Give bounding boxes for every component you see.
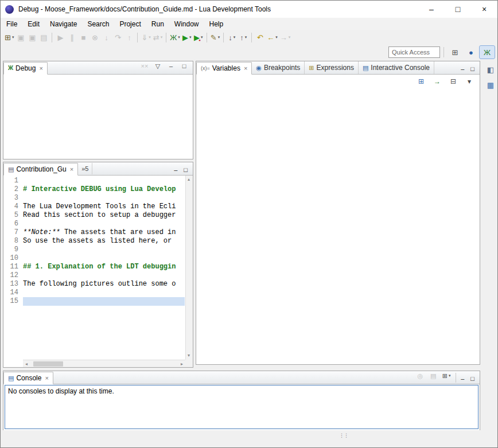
forward-icon[interactable]: →▾ [279,31,292,44]
terminate-icon[interactable]: ■ [77,31,89,44]
editor-gutter[interactable]: 123456789101112131415 [3,177,23,359]
menu-item-search[interactable]: Search [82,18,114,30]
editor-line[interactable]: The Lua Development Tools in the Ecli [23,202,185,211]
dropdown-arrow-icon[interactable]: ▾ [12,35,14,40]
tab-contribution-guide[interactable]: ▤ Contribution_Gu × [3,163,78,176]
editor-line[interactable] [23,194,185,202]
tab-expressions[interactable]: ⊞Expressions [305,61,359,74]
dropdown-arrow-icon[interactable]: ▾ [178,35,180,40]
console-content[interactable]: No consoles to display at this time. [3,384,480,430]
collapse-all-icon[interactable]: ⊟ [448,75,459,88]
close-icon[interactable]: × [70,166,73,173]
menu-item-edit[interactable]: Edit [22,18,45,30]
view-menu-icon[interactable]: ▽ [152,60,164,72]
editor-line[interactable]: **Note:** The assets that are used in [23,228,185,237]
step-into-icon[interactable]: ↓ [100,31,112,44]
tab-debug[interactable]: Ж Debug × [3,62,48,75]
debug-view-content[interactable] [3,75,193,159]
dropdown-arrow-icon[interactable]: ▾ [189,35,192,40]
save-all-icon[interactable]: ▣ [26,31,38,44]
menu-item-navigate[interactable]: Navigate [45,18,82,30]
minimize-icon[interactable]: – [165,60,177,72]
editor-line[interactable] [23,220,185,228]
variables-content[interactable] [196,88,480,364]
tab-console[interactable]: ▤ Console × [3,372,53,384]
maximize-icon[interactable]: □ [181,166,190,173]
dropdown-arrow-icon[interactable]: ▾ [149,35,151,40]
editor-horizontal-scrollbar[interactable]: ◂ ▸ [23,360,185,367]
editor-line[interactable] [23,289,185,297]
quick-access-input[interactable] [388,46,440,58]
close-button[interactable]: × [471,1,497,18]
suspend-icon[interactable]: ∥ [66,31,77,44]
editor-line[interactable] [23,246,185,254]
print-icon[interactable]: ▤ [38,31,49,44]
drag-handle[interactable]: ⋮⋮ [339,433,348,438]
menu-item-help[interactable]: Help [204,18,229,30]
display-selected-console-icon[interactable]: ▤ [427,369,439,382]
dropdown-arrow-icon[interactable]: ▾ [234,35,236,40]
menu-item-window[interactable]: Window [169,18,204,30]
scroll-right-icon[interactable]: ▸ [181,362,183,367]
mark-occurrences-icon[interactable]: ✎▾ [209,31,221,44]
editor-line[interactable] [23,271,185,280]
menu-item-run[interactable]: Run [146,18,169,30]
minimize-icon[interactable]: – [458,375,466,382]
run-icon[interactable]: ▶▾ [181,31,193,44]
step-return-icon[interactable]: ↑ [123,31,135,44]
step-over-icon[interactable]: ↷ [112,31,123,44]
dropdown-arrow-icon[interactable]: ▾ [449,373,451,378]
dropdown-arrow-icon[interactable]: ▾ [245,35,247,40]
maximize-button[interactable]: □ [445,1,471,18]
scroll-down-icon[interactable]: ▾ [188,353,190,358]
tab-interactive-console[interactable]: ▤Interactive Console [359,61,434,74]
tab-variables[interactable]: (x)=Variables× [196,62,252,75]
use-step-filters-icon[interactable]: ⇄▾ [152,31,164,44]
editor-vertical-scrollbar[interactable]: ▴ ▾ [185,176,193,360]
scrollbar-thumb[interactable] [33,361,63,367]
close-icon[interactable]: × [39,65,42,72]
editor-line[interactable]: ## 1. Explanation of the LDT debuggin [23,263,185,271]
show-type-names-icon[interactable]: → [431,75,443,88]
back-icon[interactable]: ←▾ [266,31,279,44]
menu-item-file[interactable]: File [1,18,22,30]
menu-item-project[interactable]: Project [114,18,146,30]
minimize-button[interactable]: – [418,1,445,18]
editor-text[interactable]: # Interactive DEBUG using Lua DevelopThe… [23,177,185,359]
open-perspective-icon[interactable]: ⊞ [448,46,462,59]
title-bar[interactable]: Debug - Moose_Framework/docs/Contributio… [1,1,497,18]
debug-icon[interactable]: Ж▾ [169,31,181,44]
editor-tab-overflow[interactable]: »5 [78,163,92,174]
editor-area[interactable]: 123456789101112131415 # Interactive DEBU… [3,176,193,367]
pin-console-icon[interactable]: ◎ [414,369,426,382]
scroll-left-icon[interactable]: ◂ [25,362,28,367]
show-logical-structure-icon[interactable]: ⊞ [415,75,427,88]
close-icon[interactable]: × [244,65,247,72]
external-tools-icon[interactable]: ▶●▾ [193,31,204,44]
maximize-icon[interactable]: □ [468,65,477,72]
editor-line[interactable] [23,177,185,185]
editor-line[interactable]: Read this section to setup a debugger [23,211,185,220]
debug-perspective-icon[interactable]: Ж [480,46,495,59]
editor-line[interactable]: So use the assets as listed here, or [23,237,185,246]
save-icon[interactable]: ▣ [15,31,26,44]
minimize-icon[interactable]: – [458,65,466,72]
remove-all-terminated-icon[interactable]: ×× [139,60,150,72]
dropdown-arrow-icon[interactable]: ▾ [201,35,203,40]
resume-icon[interactable]: ▶ [55,31,66,44]
editor-line[interactable]: The following pictures outline some o [23,280,185,289]
dropdown-arrow-icon[interactable]: ▾ [218,35,220,40]
dropdown-arrow-icon[interactable]: ▾ [275,35,278,40]
dropdown-arrow-icon[interactable]: ▾ [289,35,291,40]
maximize-icon[interactable]: □ [468,375,477,382]
scroll-up-icon[interactable]: ▴ [188,177,190,182]
open-console-icon[interactable]: ⊞▾ [441,369,452,382]
restore-minimized-views-icon[interactable]: ◧ [485,63,496,76]
close-icon[interactable]: × [45,375,48,381]
editor-line[interactable]: # Interactive DEBUG using Lua Develop [23,185,185,194]
previous-annotation-icon[interactable]: ↑▾ [238,31,249,44]
editor-line[interactable] [23,297,185,306]
disconnect-icon[interactable]: ⊗ [89,31,100,44]
new-wizard-icon[interactable]: ⊞▾ [3,31,15,44]
dropdown-arrow-icon[interactable]: ▾ [161,35,163,40]
